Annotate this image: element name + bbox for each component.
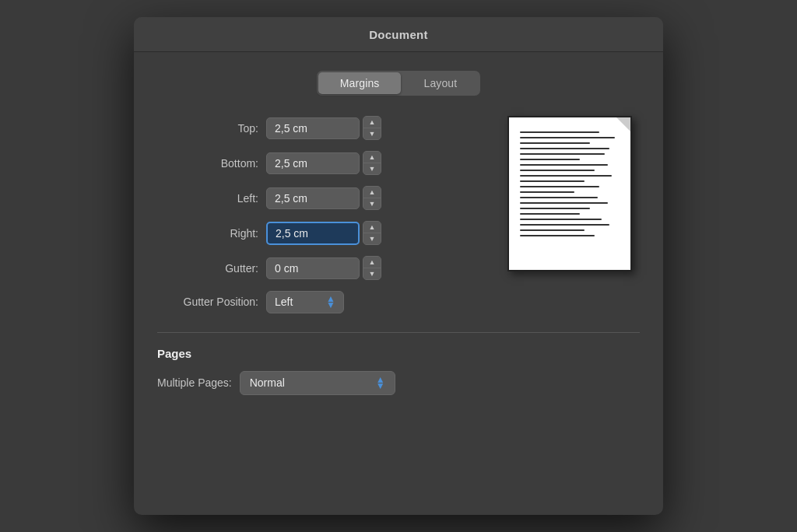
page-line (520, 229, 585, 231)
page-line (520, 180, 585, 182)
input-right[interactable] (266, 222, 360, 245)
stepper-bottom-down[interactable]: ▼ (363, 163, 381, 174)
page-line (520, 137, 615, 138)
field-row-right: Right: ▲ ▼ (157, 221, 484, 245)
input-wrap-left: ▲ ▼ (266, 186, 381, 210)
field-row-gutter-position: Gutter Position: Left ▲ ▼ (157, 291, 484, 313)
page-line (520, 170, 595, 171)
page-line (520, 202, 608, 204)
stepper-top-up[interactable]: ▲ (363, 117, 381, 128)
input-bottom[interactable] (266, 152, 360, 174)
gutter-position-value: Left (275, 296, 293, 308)
page-line (520, 142, 590, 144)
stepper-gutter[interactable]: ▲ ▼ (363, 256, 381, 280)
tab-bar: Margins Layout (157, 71, 640, 96)
stepper-top[interactable]: ▲ ▼ (363, 116, 381, 140)
tab-group: Margins Layout (317, 71, 481, 96)
page-preview (507, 116, 632, 271)
page-line (520, 191, 574, 193)
stepper-left[interactable]: ▲ ▼ (363, 186, 381, 210)
dialog-title: Document (369, 28, 428, 41)
stepper-gutter-up[interactable]: ▲ (363, 257, 381, 268)
page-line (520, 219, 602, 220)
content-area: Top: ▲ ▼ Bottom: (157, 116, 640, 324)
label-gutter: Gutter: (157, 262, 258, 275)
pages-section: Pages Multiple Pages: Normal ▲ ▼ (157, 347, 640, 395)
input-wrap-top: ▲ ▼ (266, 116, 381, 140)
page-line (520, 208, 590, 209)
stepper-bottom-up[interactable]: ▲ (363, 152, 381, 163)
document-dialog: Document Margins Layout Top: ▲ (134, 17, 663, 515)
dialog-body: Margins Layout Top: ▲ ▼ (134, 52, 663, 515)
section-divider (157, 332, 640, 333)
title-bar: Document (134, 17, 663, 52)
preview-column (500, 116, 640, 271)
stepper-bottom[interactable]: ▲ ▼ (363, 151, 381, 175)
page-line (520, 131, 599, 133)
gutter-position-dropdown[interactable]: Left ▲ ▼ (266, 291, 344, 313)
label-left: Left: (157, 192, 258, 205)
multiple-pages-value: Normal (250, 376, 285, 389)
input-wrap-bottom: ▲ ▼ (266, 151, 381, 175)
stepper-right[interactable]: ▲ ▼ (363, 221, 381, 245)
gutter-position-arrow-icon: ▲ ▼ (326, 296, 335, 309)
multiple-pages-label: Multiple Pages: (157, 376, 232, 389)
multiple-pages-dropdown[interactable]: Normal ▲ ▼ (240, 371, 395, 395)
fields-column: Top: ▲ ▼ Bottom: (157, 116, 484, 324)
field-row-top: Top: ▲ ▼ (157, 116, 484, 140)
stepper-right-down[interactable]: ▼ (363, 233, 381, 244)
stepper-left-up[interactable]: ▲ (363, 187, 381, 198)
input-wrap-gutter: ▲ ▼ (266, 256, 381, 280)
tab-layout[interactable]: Layout (402, 72, 479, 94)
page-line (520, 175, 612, 177)
input-gutter[interactable] (266, 257, 360, 279)
input-top[interactable] (266, 117, 360, 139)
page-line (520, 148, 609, 149)
page-line (520, 235, 595, 236)
page-line (520, 164, 608, 166)
page-lines (509, 117, 630, 247)
multiple-pages-arrow-icon: ▲ ▼ (376, 376, 385, 390)
input-wrap-gutter-position: Left ▲ ▼ (266, 291, 344, 313)
field-row-gutter: Gutter: ▲ ▼ (157, 256, 484, 280)
field-row-bottom: Bottom: ▲ ▼ (157, 151, 484, 175)
field-row-left: Left: ▲ ▼ (157, 186, 484, 210)
stepper-left-down[interactable]: ▼ (363, 198, 381, 209)
page-line (520, 159, 580, 160)
stepper-gutter-down[interactable]: ▼ (363, 268, 381, 279)
page-line (520, 224, 609, 226)
pages-row: Multiple Pages: Normal ▲ ▼ (157, 371, 640, 395)
input-left[interactable] (266, 187, 360, 209)
page-line (520, 213, 580, 215)
input-wrap-right: ▲ ▼ (266, 221, 381, 245)
label-gutter-position: Gutter Position: (157, 296, 258, 308)
label-bottom: Bottom: (157, 157, 258, 170)
page-line (520, 153, 605, 155)
page-line (520, 186, 599, 187)
label-right: Right: (157, 227, 258, 240)
pages-section-title: Pages (157, 347, 640, 360)
label-top: Top: (157, 122, 258, 135)
page-line (520, 197, 598, 198)
stepper-top-down[interactable]: ▼ (363, 128, 381, 139)
tab-margins[interactable]: Margins (318, 72, 402, 94)
stepper-right-up[interactable]: ▲ (363, 222, 381, 233)
